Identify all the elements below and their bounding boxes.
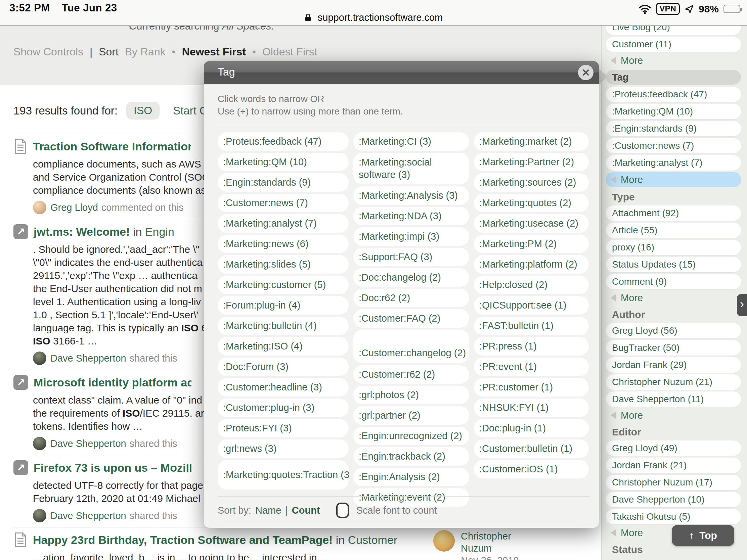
- sidebar-facet-item[interactable]: Greg Lloyd (49): [606, 441, 741, 456]
- tag-pill[interactable]: :QICSupport:see (1): [474, 296, 589, 315]
- attribution-user-link[interactable]: Dave Shepperton: [50, 353, 126, 364]
- tag-pill[interactable]: :Marketing:social software (3): [353, 153, 469, 184]
- sidebar-facet-item[interactable]: Comment (9): [606, 274, 741, 289]
- facet-section-header-tag[interactable]: Tag: [606, 70, 741, 85]
- scroll-to-top-button[interactable]: ↑ Top: [672, 525, 734, 546]
- tag-pill[interactable]: :Forum:plug-in (4): [218, 296, 349, 315]
- tag-pill[interactable]: :Marketing:bulletin (4): [218, 317, 349, 335]
- sidebar-facet-item[interactable]: :Customer:news (7): [606, 138, 741, 154]
- sidebar-facet-item[interactable]: Takashi Okutsu (5): [606, 509, 741, 525]
- tag-pill[interactable]: :Customer:changelog (2): [353, 330, 469, 363]
- tag-pill[interactable]: :Marketing:platform (2): [474, 255, 589, 274]
- tag-pill[interactable]: :Marketing:quotes:Traction (3): [218, 460, 349, 489]
- sidebar-facet-item[interactable]: Dave Shepperton (10): [606, 492, 741, 507]
- tag-pill[interactable]: :Marketing:sources (2): [474, 173, 589, 192]
- tag-pill[interactable]: :Marketing:Analysis (3): [353, 186, 469, 205]
- facet-more-toggle[interactable]: More: [606, 54, 741, 67]
- tag-pill[interactable]: :Customer:r62 (2): [353, 365, 469, 384]
- tag-pill[interactable]: :Customer:news (7): [218, 194, 349, 212]
- scale-font-checkbox[interactable]: [336, 503, 349, 518]
- tag-pill[interactable]: :Marketing:ISO (4): [218, 337, 349, 355]
- attribution-user-link[interactable]: Dave Shepperton: [50, 510, 126, 522]
- result-title-link[interactable]: Happy 23rd Birthday, Traction Software a…: [33, 533, 333, 546]
- sidebar-facet-item[interactable]: Christopher Nuzum (17): [606, 475, 741, 490]
- sidebar-facet-item[interactable]: Jordan Frank (21): [606, 458, 741, 473]
- tag-pill[interactable]: :PR:event (1): [474, 357, 589, 376]
- tag-pill[interactable]: :PR:customer (1): [474, 378, 589, 397]
- tag-pill[interactable]: :grl:partner (2): [353, 406, 469, 425]
- sidebar-facet-item[interactable]: :Proteus:feedback (47): [606, 87, 741, 102]
- tag-pill[interactable]: :Marketing:Partner (2): [474, 153, 589, 171]
- facet-more-toggle[interactable]: More: [606, 291, 741, 304]
- tag-pill[interactable]: :grl:photos (2): [353, 386, 469, 404]
- sidebar-facet-item[interactable]: :Engin:standards (9): [606, 121, 741, 136]
- tag-pill[interactable]: :Proteus:FYI (3): [218, 419, 349, 437]
- sidebar-facet-item[interactable]: :Marketing:QM (10): [606, 104, 741, 119]
- tag-pill[interactable]: :Engin:trackback (2): [353, 447, 469, 466]
- tag-pill[interactable]: :Marketing:slides (5): [218, 255, 349, 274]
- tag-pill[interactable]: :PR:press (1): [474, 337, 589, 355]
- attribution-user-link[interactable]: Dave Shepperton: [50, 438, 126, 449]
- address-bar[interactable]: support.tractionsoftware.com: [0, 12, 747, 23]
- tag-pill[interactable]: :Engin:standards (9): [218, 173, 349, 192]
- tag-pill[interactable]: :Marketing:quotes (2): [474, 194, 589, 212]
- result-space-link[interactable]: Customer: [348, 533, 397, 546]
- tag-pill[interactable]: :Engin:unrecognized (2): [353, 427, 469, 445]
- tag-pill[interactable]: :Help:closed (2): [474, 276, 589, 294]
- tag-pill[interactable]: :Marketing:news (6): [218, 235, 349, 253]
- sidebar-facet-item[interactable]: :Marketing:analyst (7): [606, 155, 741, 170]
- result-title-link[interactable]: Traction Software Information Prote: [33, 140, 191, 153]
- tag-pill[interactable]: :Proteus:feedback (47): [218, 132, 349, 151]
- tag-pill[interactable]: :Customer:plug-in (3): [218, 399, 349, 417]
- sidebar-facet-item[interactable]: BugTracker (50): [606, 340, 741, 355]
- sidebar-facet-item[interactable]: Dave Shepperton (11): [606, 392, 741, 407]
- sidebar-facet-item[interactable]: Christopher Nuzum (21): [606, 374, 741, 390]
- tag-pill[interactable]: :FAST:bulletin (1): [474, 317, 589, 335]
- tag-pill[interactable]: :Marketing:analyst (7): [218, 214, 349, 233]
- facet-more-toggle[interactable]: More: [606, 172, 741, 187]
- sidebar-collapse-tab[interactable]: ›: [737, 294, 747, 316]
- sidebar-facet-item[interactable]: Customer (11): [606, 36, 741, 52]
- attribution-user-link[interactable]: Greg Lloyd: [50, 202, 98, 213]
- query-chip[interactable]: ISO: [126, 102, 159, 119]
- tag-pill[interactable]: :Marketing:customer (5): [218, 276, 349, 294]
- tag-pill[interactable]: :Customer:iOS (1): [474, 460, 589, 478]
- show-controls-link[interactable]: Show Controls: [14, 46, 83, 58]
- result-space-link[interactable]: Engin: [145, 225, 174, 238]
- tag-pill[interactable]: :Marketing:NDA (3): [353, 207, 469, 225]
- tag-pill[interactable]: :Marketing:impi (3): [353, 227, 469, 246]
- tag-pill[interactable]: :Doc:plug-in (1): [474, 419, 589, 437]
- close-icon[interactable]: [578, 65, 593, 80]
- tag-pill[interactable]: :Doc:changelog (2): [353, 268, 469, 287]
- tag-pill[interactable]: :Support:FAQ (3): [353, 248, 469, 266]
- sort-by-rank-link[interactable]: By Rank: [125, 46, 165, 58]
- sort-by-count-link[interactable]: Count: [292, 505, 320, 516]
- tag-pill[interactable]: :Customer:FAQ (2): [353, 309, 469, 328]
- sidebar-facet-item[interactable]: Greg Lloyd (56): [606, 323, 741, 339]
- sort-newest-first-link[interactable]: Newest First: [182, 46, 246, 58]
- tag-pill[interactable]: :Marketing:PM (2): [474, 235, 589, 253]
- result-title-link[interactable]: Microsoft identity platform access t: [33, 376, 191, 389]
- sort-oldest-first-link[interactable]: Oldest First: [262, 46, 317, 58]
- tag-pill[interactable]: :Engin:Analysis (2): [353, 468, 469, 486]
- author-name-link[interactable]: Christopher Nuzum: [461, 530, 519, 554]
- facet-more-toggle[interactable]: More: [606, 408, 741, 422]
- tag-pill[interactable]: :Marketing:market (2): [474, 132, 589, 151]
- tag-pill[interactable]: :Doc:Forum (3): [218, 357, 349, 376]
- tag-pill[interactable]: :Doc:r62 (2): [353, 289, 469, 307]
- tag-pill[interactable]: :Marketing:CI (3): [353, 132, 469, 151]
- tag-pill[interactable]: :Customer:bulletin (1): [474, 439, 589, 458]
- tag-pill[interactable]: :Marketing:usecase (2): [474, 214, 589, 233]
- sidebar-facet-item[interactable]: Attachment (92): [606, 206, 741, 221]
- result-title-link[interactable]: jwt.ms: Welcome!: [33, 225, 130, 238]
- tag-pill[interactable]: :Marketing:QM (10): [218, 153, 349, 171]
- sidebar-facet-item[interactable]: proxy (16): [606, 240, 741, 255]
- tag-pill[interactable]: :grl:news (3): [218, 439, 349, 458]
- sidebar-facet-item[interactable]: Status Updates (15): [606, 257, 741, 272]
- sort-by-name-link[interactable]: Name: [255, 505, 281, 516]
- sidebar-facet-item[interactable]: Jordan Frank (29): [606, 357, 741, 373]
- tag-pill[interactable]: :Customer:headline (3): [218, 378, 349, 397]
- result-title-link[interactable]: Firefox 73 is upon us – Mozilla Hack: [33, 461, 191, 474]
- sidebar-facet-item[interactable]: Article (55): [606, 222, 741, 238]
- tag-pill[interactable]: :NHSUK:FYI (1): [474, 399, 589, 417]
